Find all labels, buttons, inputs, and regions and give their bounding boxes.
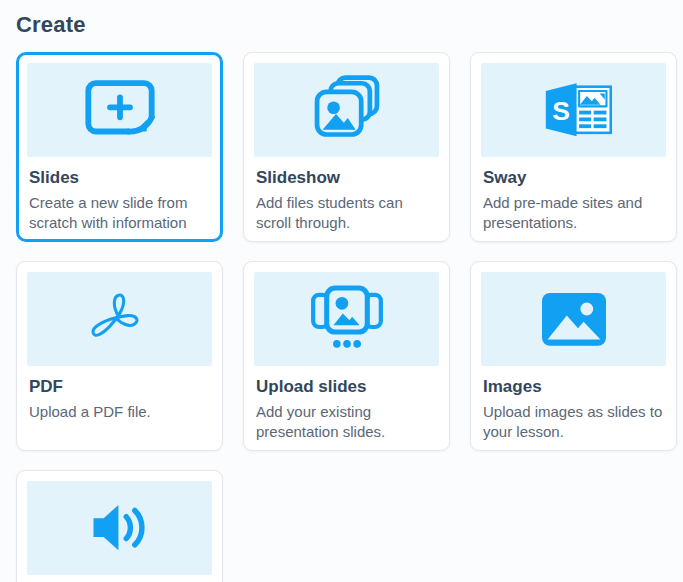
speaker-icon [81, 498, 159, 557]
sway-icon: S [527, 79, 621, 141]
card-description: Upload a PDF file. [29, 402, 210, 422]
card-description: Upload images as slides to your lesson. [483, 402, 664, 442]
card-description: Add your existing presentation slides. [256, 402, 437, 442]
svg-text:S: S [552, 96, 570, 126]
page-title: Create [16, 12, 683, 38]
card-title: Slideshow [256, 168, 437, 188]
card-slideshow[interactable]: Slideshow Add files students can scroll … [243, 52, 450, 242]
card-icon-area [254, 63, 439, 157]
card-icon-area [254, 272, 439, 366]
card-sway[interactable]: S Sway Add pre-made sites and presentati… [470, 52, 677, 242]
slide-plus-icon [80, 74, 160, 146]
card-description: Create a new slide from scratch with inf… [29, 193, 210, 233]
card-icon-area [27, 272, 212, 366]
image-icon [534, 285, 614, 354]
card-icon-area [27, 63, 212, 157]
card-upload-slides[interactable]: Upload slides Add your existing presenta… [243, 261, 450, 451]
card-audio[interactable] [16, 470, 223, 582]
card-title: PDF [29, 377, 210, 397]
photo-stack-icon [306, 73, 388, 147]
card-icon-area [27, 481, 212, 575]
card-images[interactable]: Images Upload images as slides to your l… [470, 261, 677, 451]
pdf-icon [86, 285, 154, 353]
card-description: Add files students can scroll through. [256, 193, 437, 233]
card-icon-area [481, 272, 666, 366]
card-pdf[interactable]: PDF Upload a PDF file. [16, 261, 223, 451]
card-grid: Slides Create a new slide from scratch w… [16, 52, 667, 582]
card-title: Sway [483, 168, 664, 188]
card-title: Images [483, 377, 664, 397]
card-icon-area: S [481, 63, 666, 157]
create-panel: Create Slides Create a new slide from sc… [0, 12, 683, 582]
card-description: Add pre-made sites and presentations. [483, 193, 664, 233]
card-title: Slides [29, 168, 210, 188]
card-slides[interactable]: Slides Create a new slide from scratch w… [16, 52, 223, 242]
card-title: Upload slides [256, 377, 437, 397]
carousel-icon [303, 283, 391, 354]
